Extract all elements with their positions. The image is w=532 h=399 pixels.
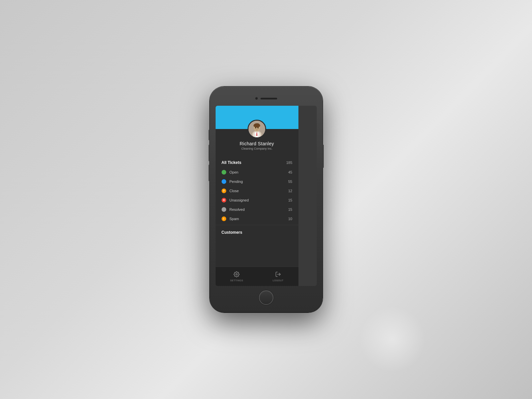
spam-count: 10 <box>288 217 292 221</box>
pending-count: 55 <box>288 180 292 184</box>
power-button <box>323 145 324 168</box>
all-tickets-label: All Tickets <box>222 160 242 165</box>
top-bezel <box>210 91 323 106</box>
all-tickets-count: 185 <box>286 161 292 165</box>
all-tickets-header: All Tickets 185 <box>216 158 298 168</box>
open-label: Open <box>230 170 288 174</box>
pending-label: Pending <box>230 180 288 184</box>
right-panel <box>298 106 317 286</box>
menu-item-close[interactable]: ? Close 12 <box>216 186 298 196</box>
resolved-dot: ✓ <box>222 207 226 212</box>
profile-company: Cleaning Company Inc. <box>216 147 298 150</box>
spam-dot: ! <box>222 216 226 221</box>
front-camera <box>255 97 258 100</box>
bottom-toolbar: SETTINGS LOGOUT <box>216 267 298 286</box>
close-count: 12 <box>288 189 292 193</box>
logout-icon <box>275 271 281 278</box>
spam-label: Spam <box>230 217 288 221</box>
mute-button <box>209 130 210 140</box>
menu-item-pending[interactable]: Pending 55 <box>216 177 298 186</box>
phone-mockup: Richard Stanley Cleaning Company Inc. Al… <box>210 86 323 313</box>
unassigned-count: 15 <box>288 198 292 202</box>
svg-point-6 <box>236 274 238 275</box>
phone-screen: Richard Stanley Cleaning Company Inc. Al… <box>216 106 317 286</box>
settings-label: SETTINGS <box>230 279 243 282</box>
unassigned-label: Unassigned <box>230 198 288 202</box>
menu-section: All Tickets 185 Open 45 Pending 55 <box>216 154 298 267</box>
menu-item-unassigned[interactable]: ✕ Unassigned 15 <box>216 196 298 205</box>
profile-name: Richard Stanley <box>216 141 298 146</box>
logout-button[interactable]: LOGOUT <box>269 270 288 283</box>
logout-label: LOGOUT <box>273 279 284 282</box>
resolved-label: Resolved <box>230 207 288 211</box>
volume-down-button <box>209 165 210 181</box>
volume-up-button <box>209 145 210 161</box>
main-panel: Richard Stanley Cleaning Company Inc. Al… <box>216 106 298 286</box>
section-divider <box>216 225 298 225</box>
settings-button[interactable]: SETTINGS <box>226 270 247 283</box>
svg-point-4 <box>255 127 257 129</box>
menu-item-open[interactable]: Open 45 <box>216 168 298 177</box>
unassigned-dot: ✕ <box>222 198 226 202</box>
settings-icon <box>234 271 240 278</box>
close-dot: ? <box>222 189 226 193</box>
bottom-bezel <box>210 286 323 309</box>
open-dot <box>222 170 226 175</box>
menu-item-spam[interactable]: ! Spam 10 <box>216 214 298 223</box>
app-screen: Richard Stanley Cleaning Company Inc. Al… <box>216 106 317 286</box>
customers-section[interactable]: Customers <box>216 226 298 238</box>
open-count: 45 <box>288 170 292 174</box>
close-label: Close <box>230 189 288 193</box>
pending-dot <box>222 179 226 184</box>
avatar <box>248 120 266 138</box>
svg-point-5 <box>258 127 259 129</box>
customers-label: Customers <box>222 230 243 235</box>
profile-header <box>216 106 298 129</box>
resolved-count: 15 <box>288 207 292 211</box>
earpiece <box>261 98 277 99</box>
home-button[interactable] <box>259 290 273 305</box>
menu-item-resolved[interactable]: ✓ Resolved 15 <box>216 205 298 214</box>
